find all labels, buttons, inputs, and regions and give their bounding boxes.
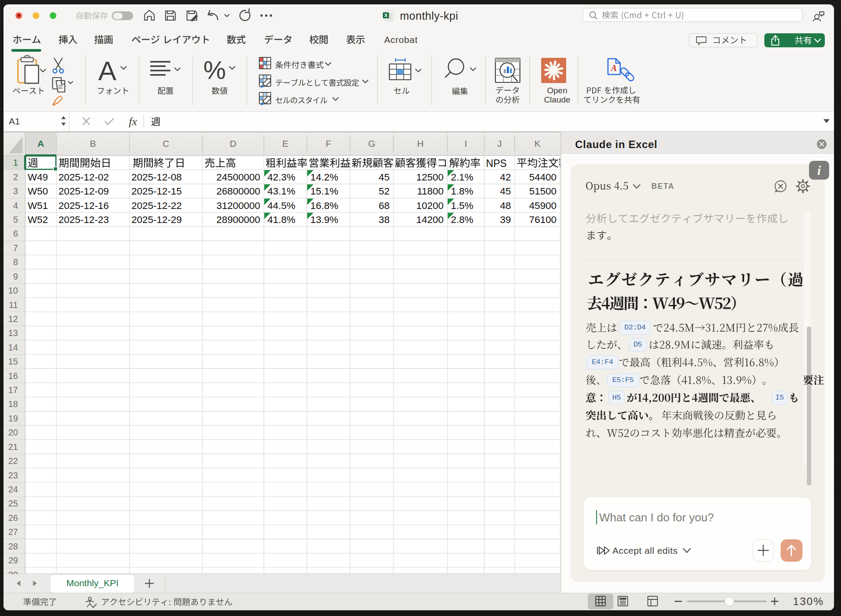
- svg-text:A: A: [610, 63, 617, 73]
- svg-text:%: %: [203, 56, 226, 84]
- svg-text:A: A: [98, 56, 117, 86]
- svg-text:X: X: [384, 13, 388, 18]
